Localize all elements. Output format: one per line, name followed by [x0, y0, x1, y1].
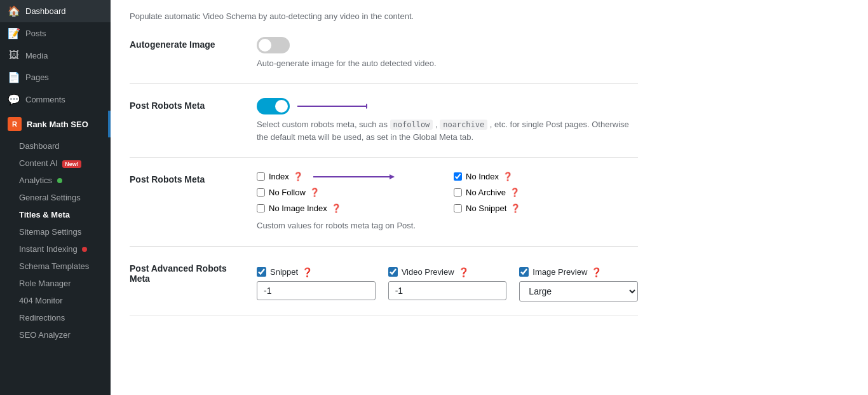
rank-math-label: Rank Math SEO [27, 120, 88, 129]
index-label: Index [269, 172, 289, 181]
snippet-label: Snippet [270, 267, 298, 277]
posts-icon: 📝 [8, 27, 20, 39]
toggle-with-arrow [257, 98, 638, 114]
nosnippet-checkbox[interactable] [454, 204, 462, 212]
svg-marker-3 [390, 174, 395, 179]
analytics-dot [57, 178, 62, 183]
snippet-help-icon[interactable]: ❓ [302, 267, 313, 277]
video-preview-help-icon[interactable]: ❓ [458, 267, 469, 277]
snippet-col: Snippet ❓ [257, 267, 376, 301]
noindex-checkbox[interactable] [454, 172, 462, 181]
noimageindex-checkbox[interactable] [257, 204, 265, 212]
video-preview-input[interactable] [388, 281, 507, 300]
autogenerate-image-label: Autogenerate Image [130, 37, 257, 50]
sidebar-item-comments[interactable]: 💬 Comments [0, 88, 111, 111]
post-robots-meta-toggle-control: Select custom robots meta, such as nofol… [257, 98, 638, 143]
sidebar-item-rm-seoanalyzer[interactable]: SEO Analyzer [0, 326, 111, 343]
instant-dot [82, 247, 87, 252]
top-description: Populate automatic Video Schema by auto-… [111, 0, 868, 23]
image-preview-select[interactable]: Large None Standard [519, 281, 638, 301]
sidebar-item-pages[interactable]: 📄 Pages [0, 66, 111, 88]
noimageindex-help-icon[interactable]: ❓ [331, 204, 341, 213]
nofollow-checkbox[interactable] [257, 188, 265, 197]
nosnippet-label: No Snippet [466, 204, 506, 213]
post-robots-meta-checkboxes-label: Post Robots Meta [130, 172, 257, 184]
snippet-label-row: Snippet ❓ [257, 267, 376, 277]
image-preview-help-icon[interactable]: ❓ [591, 267, 602, 277]
pages-icon: 📄 [8, 71, 20, 83]
sidebar-item-rm-instant[interactable]: Instant Indexing [0, 240, 111, 258]
post-advanced-robots-control: Snippet ❓ Video Preview ❓ [257, 261, 638, 301]
autogenerate-image-desc: Auto-generate image for the auto detecte… [257, 57, 638, 70]
post-robots-toggle[interactable] [257, 98, 290, 114]
sidebar-item-label: Pages [25, 73, 49, 82]
noindex-help-icon[interactable]: ❓ [503, 172, 513, 181]
image-preview-col: Image Preview ❓ Large None Standard [519, 267, 638, 301]
media-icon: 🖼 [8, 50, 20, 61]
post-robots-toggle-slider [257, 98, 290, 114]
sidebar-item-posts[interactable]: 📝 Posts [0, 22, 111, 45]
post-robots-meta-toggle-row: Post Robots Meta Se [130, 84, 638, 158]
noimageindex-checkbox-item: No Image Index ❓ [257, 204, 441, 213]
sidebar-item-label: Posts [25, 29, 46, 38]
sidebar-item-dashboard[interactable]: 🏠 Dashboard [0, 0, 111, 22]
sidebar-item-label: Dashboard [25, 6, 66, 16]
checkbox-arrow-svg [313, 172, 396, 181]
video-preview-checkbox[interactable] [388, 267, 398, 277]
noarchive-checkbox[interactable] [454, 188, 462, 197]
sidebar-sub-menu: Dashboard Content AI New! Analytics Gene… [0, 137, 111, 343]
sidebar-item-media[interactable]: 🖼 Media [0, 45, 111, 66]
index-checkbox[interactable] [257, 172, 265, 181]
sidebar-item-rm-404[interactable]: 404 Monitor [0, 292, 111, 309]
autogenerate-toggle[interactable] [257, 37, 290, 53]
sidebar-item-rm-sitemap[interactable]: Sitemap Settings [0, 223, 111, 240]
sidebar-item-label: Comments [25, 95, 65, 104]
video-preview-col: Video Preview ❓ [388, 267, 507, 301]
main-content: Populate automatic Video Schema by auto-… [111, 0, 868, 395]
noindex-label: No Index [466, 172, 499, 181]
nosnippet-help-icon[interactable]: ❓ [510, 204, 520, 213]
active-indicator [108, 111, 111, 137]
noarchive-checkbox-item: No Archive ❓ [454, 188, 638, 197]
noarchive-code: noarchive [440, 120, 487, 130]
dashboard-icon: 🏠 [8, 5, 20, 17]
adv-meta-grid: Snippet ❓ Video Preview ❓ [257, 267, 638, 301]
purple-arrow-svg [297, 102, 367, 111]
sidebar-item-rm-schema[interactable]: Schema Templates [0, 258, 111, 275]
post-advanced-robots-row: Post Advanced Robots Meta Snippet ❓ [130, 247, 638, 316]
post-robots-meta-toggle-desc: Select custom robots meta, such as nofol… [257, 118, 638, 143]
image-preview-checkbox[interactable] [519, 267, 529, 277]
rank-math-icon: R [8, 117, 22, 131]
post-advanced-robots-label: Post Advanced Robots Meta [130, 261, 257, 284]
sidebar-item-rm-titles[interactable]: Titles & Meta [0, 206, 111, 223]
sidebar-item-rm-analytics[interactable]: Analytics [0, 172, 111, 189]
nofollow-code: nofollow [390, 120, 433, 130]
snippet-checkbox[interactable] [257, 267, 266, 277]
autogenerate-image-row: Autogenerate Image Auto-generate image f… [130, 23, 638, 85]
noarchive-label: No Archive [466, 188, 506, 197]
video-preview-label-row: Video Preview ❓ [388, 267, 507, 277]
sidebar-item-rm-dashboard[interactable]: Dashboard [0, 137, 111, 155]
post-robots-meta-toggle-label: Post Robots Meta [130, 98, 257, 111]
toggle-arrow-annotation [297, 102, 367, 111]
autogenerate-toggle-slider [257, 37, 290, 53]
snippet-input[interactable] [257, 281, 376, 300]
svg-marker-1 [366, 104, 367, 109]
noarchive-help-icon[interactable]: ❓ [510, 188, 520, 197]
autogenerate-image-control: Auto-generate image for the auto detecte… [257, 37, 638, 70]
sidebar-item-rm-redirections[interactable]: Redirections [0, 309, 111, 326]
nofollow-help-icon[interactable]: ❓ [309, 188, 320, 197]
index-help-icon[interactable]: ❓ [293, 172, 303, 181]
sidebar-item-rm-general[interactable]: General Settings [0, 189, 111, 206]
sidebar: 🏠 Dashboard 📝 Posts 🖼 Media 📄 Pages 💬 Co… [0, 0, 111, 395]
image-preview-label-row: Image Preview ❓ [519, 267, 638, 277]
sidebar-item-label: Media [25, 51, 48, 60]
image-preview-label: Image Preview [532, 267, 587, 277]
checkboxes-desc: Custom values for robots meta tag on Pos… [257, 219, 638, 232]
nosnippet-checkbox-item: No Snippet ❓ [454, 204, 638, 213]
sidebar-rank-math-header[interactable]: R Rank Math SEO [0, 111, 111, 137]
noindex-checkbox-item: No Index ❓ [454, 172, 638, 181]
sidebar-item-rm-role[interactable]: Role Manager [0, 275, 111, 292]
post-robots-meta-checkboxes-control: Index ❓ No Index ❓ [257, 172, 638, 232]
sidebar-item-rm-contentai[interactable]: Content AI New! [0, 155, 111, 172]
